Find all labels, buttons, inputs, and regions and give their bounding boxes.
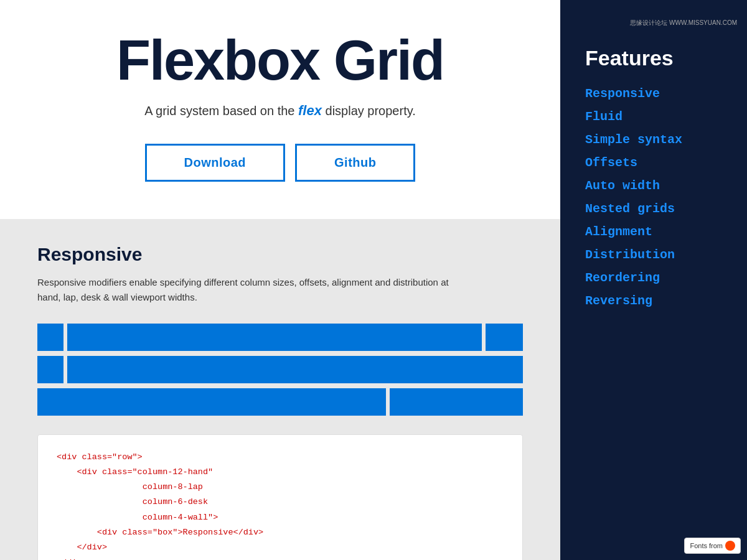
github-button[interactable]: Github: [295, 144, 415, 182]
grid-row-1: [37, 324, 523, 351]
fonts-from-badge: Fonts from: [684, 538, 741, 554]
grid-cell: [67, 324, 482, 351]
download-button[interactable]: Download: [145, 144, 286, 182]
grid-cell: [37, 388, 386, 416]
code-line: column-6-desk: [57, 495, 504, 510]
flex-keyword: flex: [298, 103, 322, 118]
code-line: <div class="column-12-hand": [57, 465, 504, 480]
grid-cell: [390, 388, 523, 416]
fonts-badge-label: Fonts from: [690, 542, 723, 549]
grid-row-3: [37, 388, 523, 416]
sidebar-item-reordering[interactable]: Reordering: [585, 267, 722, 289]
sidebar-item-simple-syntax[interactable]: Simple syntax: [585, 129, 722, 151]
sidebar: 思缘设计论坛 WWW.MISSYUAN.COM Features Respons…: [560, 0, 747, 560]
subtitle-after: display property.: [326, 104, 416, 118]
code-line: </div>: [57, 540, 504, 555]
watermark: 思缘设计论坛 WWW.MISSYUAN.COM: [560, 19, 747, 40]
subtitle-before: A grid system based on the: [144, 104, 294, 118]
sidebar-item-fluid[interactable]: Fluid: [585, 106, 722, 128]
grid-cell: [37, 324, 63, 351]
grid-cell: [486, 324, 523, 351]
code-line: column-4-wall">: [57, 510, 504, 525]
code-line: </div>: [57, 556, 504, 560]
hero-title: Flexbox Grid: [12, 31, 548, 90]
grid-demo: [37, 324, 523, 416]
sidebar-item-auto-width[interactable]: Auto width: [585, 175, 722, 197]
grid-cell: [67, 356, 523, 383]
responsive-title: Responsive: [37, 244, 523, 265]
sidebar-nav: Responsive Fluid Simple syntax Offsets A…: [560, 83, 747, 312]
hero-buttons: Download Github: [12, 144, 548, 182]
responsive-description: Responsive modifiers enable specifying d…: [37, 275, 461, 305]
grid-cell: [37, 356, 63, 383]
sidebar-item-responsive[interactable]: Responsive: [585, 83, 722, 105]
grid-row-2: [37, 356, 523, 383]
fonts-badge-icon: [725, 541, 735, 551]
code-block: <div class="row"> <div class="column-12-…: [37, 434, 523, 561]
hero-subtitle: A grid system based on the flex display …: [12, 103, 548, 119]
sidebar-item-reversing[interactable]: Reversing: [585, 290, 722, 312]
hero-section: Flexbox Grid A grid system based on the …: [0, 0, 560, 219]
code-line: <div class="row">: [57, 450, 504, 465]
code-line: column-8-lap: [57, 480, 504, 495]
sidebar-item-offsets[interactable]: Offsets: [585, 152, 722, 174]
sidebar-item-distribution[interactable]: Distribution: [585, 244, 722, 266]
main-content: Flexbox Grid A grid system based on the …: [0, 0, 560, 560]
code-line: <div class="box">Responsive</div>: [57, 525, 504, 540]
sidebar-item-nested-grids[interactable]: Nested grids: [585, 198, 722, 220]
sidebar-item-alignment[interactable]: Alignment: [585, 221, 722, 243]
responsive-section: Responsive Responsive modifiers enable s…: [0, 219, 560, 561]
sidebar-features-title: Features: [560, 40, 747, 83]
